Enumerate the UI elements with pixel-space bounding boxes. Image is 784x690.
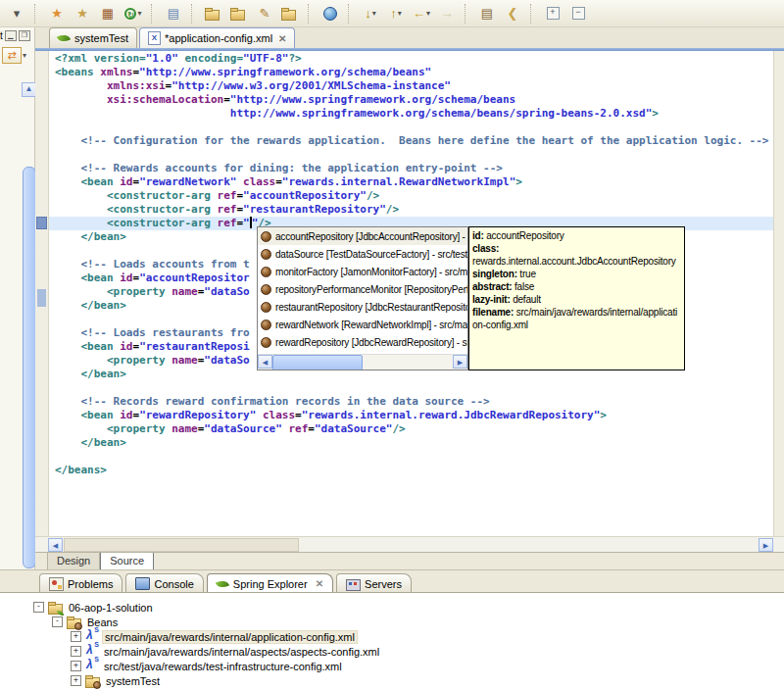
spring-explorer-tree[interactable]: -06-aop-1-solution-Beans+src/main/java/r… [0,592,784,690]
view-tab-servers[interactable]: Servers [336,573,412,593]
expander-expand-icon[interactable]: + [71,631,81,642]
dropdown-caret-icon[interactable]: ▾ [137,9,141,18]
code-token: " [243,217,250,229]
code-line[interactable]: <!-- Configuration for the rewards appli… [55,134,769,148]
code-line[interactable]: <!-- Records reward confirmation records… [55,395,769,409]
open-resource-icon[interactable] [227,2,251,25]
expand-all-icon[interactable]: + [541,2,564,25]
mark-occurrences-pencil-icon[interactable]: ✎ [253,2,276,25]
editor-tab-systemTest[interactable]: systemTest [49,27,137,48]
last-edit-location-icon[interactable]: ▤ [475,2,499,25]
expander-expand-icon[interactable]: + [71,675,81,686]
popup-horizontal-scrollbar[interactable]: ◀ ▶ [258,354,467,370]
open-type-icon[interactable]: ▤ [162,2,185,25]
scroll-left-icon[interactable]: ◀ [48,538,63,552]
code-line[interactable]: xmlns:xsi="http://www.w3.org/2001/XMLSch… [55,79,769,93]
completion-item[interactable]: repositoryPerformanceMonitor [Repository… [258,280,467,298]
open-file-icon[interactable] [278,2,302,25]
debug-grid-icon[interactable]: ▦ [96,2,120,25]
completion-item[interactable]: restaurantRepository [JdbcRestaurantRepo… [258,298,467,316]
tree-item[interactable]: +src/main/java/rewards/internal/aspects/… [0,644,784,659]
previous-annotation-icon[interactable]: ↑▾ [384,2,408,25]
code-line[interactable]: <constructor-arg ref="restaurantReposito… [55,203,769,217]
code-token [55,285,107,298]
code-line[interactable]: <property name="dataSource" ref="dataSou… [55,422,769,436]
expander-expand-icon[interactable]: + [71,661,81,671]
collapse-all-icon[interactable]: − [566,2,590,25]
completion-item[interactable]: accountRepository [JdbcAccountRepository… [258,227,467,245]
code-line[interactable]: <bean id="rewardNetwork" class="rewards.… [55,175,769,189]
view-tab-console[interactable]: Console [125,573,203,593]
back-nav-icon[interactable]: ←▾ [410,2,433,25]
toolbar-separator [191,4,198,24]
restore-icon[interactable]: ❐ [19,30,30,41]
code-line[interactable] [55,148,769,162]
annotation-marker-icon[interactable] [37,289,46,307]
run-icon[interactable]: ↻▾ [122,2,145,25]
code-line[interactable]: </beans> [55,464,769,477]
popup-scrollbar-thumb[interactable] [272,355,363,370]
expander-collapse-icon[interactable]: - [52,616,63,627]
code-line[interactable] [55,381,769,395]
code-line[interactable] [55,121,769,134]
bean-marker-icon[interactable] [36,217,47,229]
view-tab-spring-explorer[interactable]: Spring Explorer✕ [207,573,333,593]
link-with-editor-icon[interactable]: ⇄ [2,47,22,64]
forward-nav-icon[interactable]: → [435,2,459,25]
expander-collapse-icon[interactable]: - [33,602,44,613]
code-line[interactable]: <!-- Rewards accounts for dining: the ap… [55,162,769,175]
editor-tab--application-config-xml[interactable]: X*application-config.xml✕ [139,27,295,48]
new-wizard-icon[interactable]: ★ [45,2,69,25]
code-line[interactable]: <beans xmlns="http://www.springframework… [55,66,769,79]
code-token: <property [107,285,172,298]
popup-scrollbar-track[interactable] [363,355,453,370]
previous-annotation-icon: ↑ [390,7,397,20]
dropdown-caret-icon[interactable]: ▾ [398,9,402,18]
code-line[interactable]: </bean> [55,436,769,450]
annotation-ruler[interactable] [35,51,49,536]
expander-expand-icon[interactable]: + [71,646,81,657]
scroll-right-icon[interactable]: ▶ [759,538,773,552]
close-icon[interactable]: ✕ [278,33,286,44]
horizontal-scrollbar-thumb[interactable] [64,538,299,552]
new-wizard-alt-icon[interactable]: ★ [71,2,94,25]
code-line[interactable] [55,450,769,464]
web-browser-icon[interactable] [318,2,342,25]
code-line[interactable]: <bean id="rewardRepository" class="rewar… [55,409,769,422]
page-tab-design[interactable]: Design [47,553,100,570]
vertical-scrollbar-thumb[interactable] [23,167,36,568]
completion-item[interactable]: rewardRepository [JdbcRewardRepository] … [258,333,467,351]
next-annotation-icon[interactable]: ↓▾ [359,2,382,25]
code-token: "dataSource" [204,422,281,435]
editor-horizontal-scrollbar[interactable]: ◀ ▶ [35,536,784,553]
dropdown-caret-icon[interactable]: ▾ [426,9,430,18]
tree-item[interactable]: +src/test/java/rewards/test-infrastructu… [0,659,784,673]
code-token: "accountRepository" [243,189,367,202]
open-perspective-icon[interactable] [202,2,225,25]
close-icon[interactable]: ✕ [316,578,323,589]
completion-item[interactable]: rewardNetwork [RewardNetworkImpl] - src/… [258,316,467,333]
dropdown-caret-icon[interactable]: ▾ [372,9,376,18]
code-line[interactable]: http://www.springframework.org/schema/be… [55,107,769,121]
code-line[interactable]: xsi:schemaLocation="http://www.springfra… [55,93,769,107]
tag-icon[interactable]: ❮ [501,2,524,25]
page-tab-source[interactable]: Source [100,553,154,570]
popup-scroll-left-icon[interactable]: ◀ [258,355,272,369]
tree-item[interactable]: -Beans [0,615,784,629]
completion-item[interactable]: dataSource [TestDataSourceFactory] - src… [258,245,467,263]
minimize-icon[interactable]: ▁ [5,30,17,41]
code-token: <!-- Loads restaurants fro [81,326,250,339]
tree-item[interactable]: +src/main/java/rewards/internal/applicat… [0,629,784,644]
popup-scroll-right-icon[interactable]: ▶ [453,355,467,369]
code-token: <?xml version= [55,52,146,65]
code-line[interactable]: <?xml version="1.0" encoding="UTF-8"?> [55,52,769,66]
overview-ruler[interactable] [773,51,784,536]
view-menu-caret-icon[interactable]: ▾ [23,51,26,60]
tree-item[interactable]: +systemTest [0,673,784,688]
completion-item[interactable]: monitorFactory [JamonMonitorFactory] - s… [258,263,467,280]
tree-item[interactable]: -06-aop-1-solution [0,600,784,615]
view-tab-problems[interactable]: Problems [39,573,122,593]
code-line[interactable]: <constructor-arg ref="accountRepository"… [55,189,769,203]
toolbar-overflow-caret[interactable]: ▾ [5,2,28,25]
scroll-up-icon[interactable]: ▲ [22,82,36,97]
